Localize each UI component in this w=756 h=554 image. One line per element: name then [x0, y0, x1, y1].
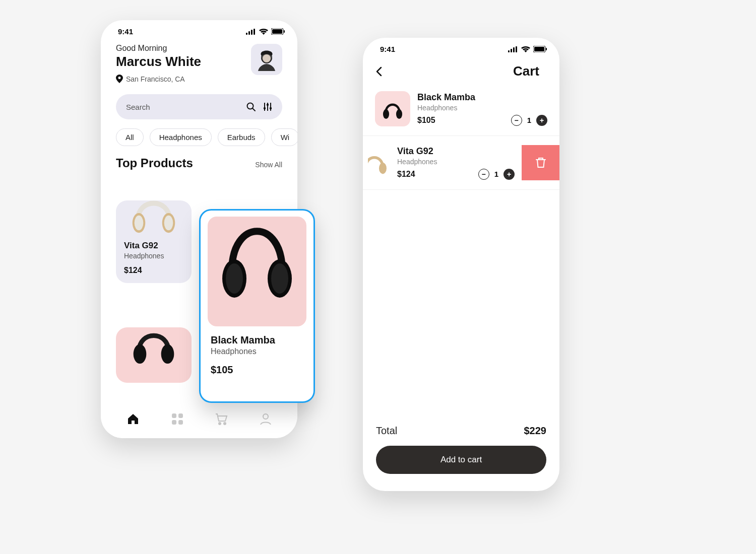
svg-rect-41	[534, 47, 544, 51]
tab-home-icon[interactable]	[126, 412, 140, 426]
tab-profile-icon[interactable]	[259, 412, 272, 426]
product-card-featured[interactable]: Black Mamba Headphones $105	[199, 209, 315, 403]
tab-cart-icon[interactable]	[214, 412, 228, 426]
tab-grid-icon[interactable]	[171, 412, 184, 426]
svg-point-21	[134, 344, 147, 364]
quantity-stepper: − 1 +	[478, 169, 515, 180]
cart-item-category: Headphones	[417, 104, 547, 112]
svg-rect-25	[172, 413, 176, 418]
cart-screen: 9:41 Cart Black Mamba Headphones $105 − …	[363, 38, 559, 491]
chip-overflow[interactable]: Wi	[271, 128, 297, 146]
product-price: $124	[124, 266, 183, 275]
svg-rect-0	[246, 33, 247, 35]
battery-icon	[533, 46, 547, 52]
svg-point-29	[219, 423, 221, 425]
greeting: Good Morning	[116, 44, 201, 53]
svg-point-14	[264, 107, 266, 109]
add-to-cart-button[interactable]: Add to cart	[376, 446, 546, 474]
qty-minus-button[interactable]: −	[478, 169, 489, 180]
svg-point-33	[226, 263, 243, 294]
cart-item-category: Headphones	[397, 158, 515, 166]
svg-point-35	[271, 263, 288, 294]
product-card-lower-1[interactable]	[116, 327, 192, 383]
svg-rect-42	[546, 48, 547, 50]
search-input[interactable]: Search	[116, 94, 282, 119]
username: Marcus White	[116, 54, 201, 70]
back-icon[interactable]	[374, 66, 385, 77]
svg-point-18	[135, 216, 144, 231]
product-name: Vita G92	[124, 241, 183, 251]
svg-point-45	[379, 163, 387, 174]
cart-footer: Total $229 Add to cart	[363, 425, 559, 491]
svg-point-16	[270, 107, 272, 109]
battery-icon	[271, 28, 285, 35]
section-title: Top Products	[116, 156, 193, 170]
svg-rect-5	[272, 29, 282, 34]
search-placeholder: Search	[126, 103, 246, 111]
location-row: San Francisco, CA	[116, 75, 201, 83]
qty-plus-button[interactable]: +	[503, 169, 515, 180]
cart-item[interactable]: Vita G92 Headphones $124 − 1 +	[363, 136, 559, 190]
svg-rect-37	[511, 49, 512, 52]
wifi-icon	[521, 46, 530, 52]
show-all-link[interactable]: Show All	[255, 161, 282, 169]
svg-point-20	[164, 216, 173, 231]
product-card-vita[interactable]: Vita G92 Headphones $124	[116, 200, 192, 283]
svg-rect-2	[251, 30, 253, 35]
svg-rect-38	[513, 47, 515, 52]
svg-rect-26	[178, 413, 183, 418]
quantity-stepper: − 1 +	[511, 115, 547, 126]
cart-title: Cart	[385, 63, 544, 79]
cart-item-thumb	[368, 145, 390, 180]
chip-earbuds[interactable]: Earbuds	[218, 128, 265, 146]
search-icon[interactable]	[246, 102, 256, 112]
total-value: $229	[524, 425, 547, 437]
status-time: 9:41	[118, 27, 133, 36]
filter-icon[interactable]	[263, 102, 272, 111]
cart-item-name: Black Mamba	[417, 92, 547, 103]
qty-plus-button[interactable]: +	[536, 115, 547, 126]
svg-rect-39	[516, 46, 517, 52]
cart-item[interactable]: Black Mamba Headphones $105 − 1 +	[363, 82, 559, 136]
headphone-image	[124, 180, 183, 240]
qty-value: 1	[494, 170, 498, 178]
signal-icon	[508, 46, 518, 52]
qty-value: 1	[527, 116, 531, 124]
svg-line-10	[253, 108, 255, 111]
trash-icon	[534, 156, 547, 169]
svg-point-31	[263, 414, 268, 419]
chip-headphones[interactable]: Headphones	[150, 128, 212, 146]
cart-item-price: $105	[417, 116, 435, 125]
chip-all[interactable]: All	[116, 128, 144, 146]
location-icon	[116, 75, 123, 83]
qty-minus-button[interactable]: −	[511, 115, 522, 126]
svg-rect-28	[178, 420, 183, 425]
cart-item-name: Vita G92	[397, 146, 515, 157]
status-time: 9:41	[380, 45, 395, 53]
product-category: Headphones	[124, 252, 183, 260]
headphone-image	[214, 190, 300, 321]
delete-button[interactable]	[522, 145, 559, 180]
svg-rect-27	[172, 420, 176, 425]
avatar-image	[254, 47, 279, 72]
svg-rect-3	[254, 29, 255, 35]
svg-rect-36	[508, 50, 510, 52]
svg-point-8	[263, 54, 271, 62]
total-label: Total	[376, 425, 397, 437]
svg-point-43	[383, 109, 389, 119]
svg-point-44	[396, 109, 402, 119]
avatar[interactable]	[251, 44, 282, 75]
signal-icon	[246, 29, 256, 35]
featured-name: Black Mamba	[208, 334, 306, 346]
featured-price: $105	[208, 364, 306, 376]
user-block: Good Morning Marcus White San Francisco,…	[116, 44, 201, 83]
cart-item-price: $124	[397, 170, 415, 179]
cart-item-thumb	[375, 91, 410, 126]
wifi-icon	[259, 29, 268, 35]
status-icons	[508, 46, 547, 52]
status-icons	[246, 28, 285, 35]
svg-point-22	[161, 344, 174, 364]
headphone-image	[126, 314, 181, 370]
svg-rect-1	[248, 31, 250, 35]
category-chips: All Headphones Earbuds Wi	[101, 119, 297, 146]
